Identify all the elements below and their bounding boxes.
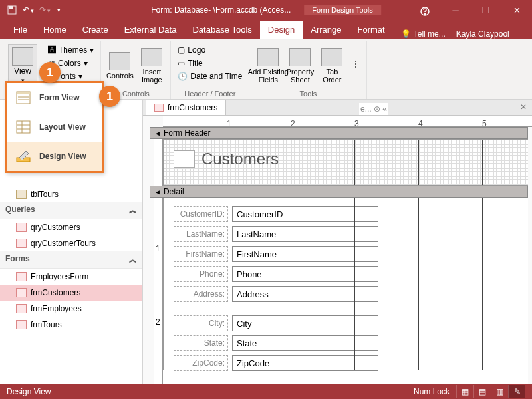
form-designer: frmCustomers ✕ 1 2 3 4 5 ◄Form Header Cu…: [143, 100, 532, 384]
view-menu-form-view[interactable]: Form View: [7, 83, 102, 112]
tab-create[interactable]: Create: [74, 21, 116, 39]
datasheet-view-button[interactable]: ▤: [473, 385, 491, 398]
field-row[interactable]: ZipCode:ZipCode: [174, 355, 378, 371]
field-textbox[interactable]: CustomerID: [232, 206, 378, 222]
close-tab-icon[interactable]: ✕: [520, 102, 527, 112]
group-header-footer: Header / Footer: [175, 88, 245, 99]
field-row[interactable]: State:State: [174, 335, 378, 351]
form-header-surface[interactable]: Customers: [163, 139, 528, 186]
tab-database-tools[interactable]: Database Tools: [184, 21, 259, 39]
user-name[interactable]: Kayla Claypool: [456, 29, 509, 39]
form-header-section-bar[interactable]: ◄Form Header: [150, 127, 528, 139]
property-icon: [289, 48, 311, 66]
tools-more-icon[interactable]: ⋮: [349, 44, 362, 84]
field-label[interactable]: Address:: [174, 286, 228, 302]
fields-icon: [257, 48, 279, 66]
detail-section-bar[interactable]: ◄Detail: [150, 186, 528, 198]
callout-badge-1b: 1: [99, 86, 120, 107]
query-icon: [16, 239, 27, 248]
field-textbox[interactable]: Address: [232, 286, 378, 302]
callout-badge-1: 1: [39, 62, 61, 83]
design-view-button[interactable]: ✎: [508, 385, 525, 398]
design-view-icon: [15, 148, 31, 164]
form-logo-placeholder[interactable]: [174, 150, 195, 168]
vertical-ruler[interactable]: [154, 139, 163, 186]
tab-order-button[interactable]: Tab Order: [317, 44, 346, 88]
field-row[interactable]: Phone:Phone: [174, 266, 378, 282]
logo-button[interactable]: ▢ Logo: [175, 44, 245, 56]
save-icon[interactable]: [7, 5, 17, 15]
nav-query[interactable]: qryCustomers: [0, 219, 142, 235]
nav-group-queries[interactable]: Queries︽: [0, 202, 142, 219]
nav-group-forms[interactable]: Forms︽: [0, 251, 142, 269]
field-label[interactable]: Phone:: [174, 266, 228, 282]
document-tab[interactable]: frmCustomers: [146, 100, 226, 115]
restore-button[interactable]: ❐: [471, 0, 501, 20]
svg-point-3: [425, 14, 426, 15]
nav-table[interactable]: tblTours: [0, 186, 142, 202]
themes-button[interactable]: 🅰 Themes▾: [45, 44, 96, 56]
layout-view-icon: [15, 119, 31, 135]
field-row[interactable]: Address:Address: [174, 286, 378, 302]
field-textbox[interactable]: State: [232, 335, 378, 351]
field-label[interactable]: ZipCode:: [174, 355, 228, 371]
minimize-button[interactable]: ─: [440, 0, 471, 20]
svg-rect-8: [17, 121, 30, 133]
form-view-button[interactable]: ▦: [456, 385, 473, 398]
window-title: Form: Database- \Form.accdb (Acces...: [151, 5, 291, 15]
nav-form[interactable]: frmTours: [0, 317, 142, 332]
add-existing-fields-button[interactable]: Add Existing Fields: [253, 44, 283, 88]
tab-home[interactable]: Home: [35, 21, 74, 39]
field-row[interactable]: LastName:LastName: [174, 226, 378, 242]
table-icon: [16, 190, 27, 199]
tab-order-icon: [321, 48, 342, 66]
view-menu-layout-view[interactable]: Layout View 1: [7, 112, 102, 142]
tab-file[interactable]: File: [5, 21, 35, 39]
layout-view-button[interactable]: ▥: [491, 385, 508, 398]
horizontal-ruler[interactable]: 1 2 3 4 5: [163, 116, 532, 127]
date-time-button[interactable]: 🕒 Date and Time: [175, 70, 245, 82]
help-icon[interactable]: [410, 0, 440, 20]
tab-format[interactable]: Format: [350, 21, 393, 39]
tell-me-search[interactable]: 💡Tell me...: [401, 29, 446, 39]
field-label[interactable]: City:: [174, 315, 228, 331]
field-textbox[interactable]: City: [232, 315, 378, 331]
form-view-icon: [15, 90, 31, 106]
field-label[interactable]: FirstName:: [174, 246, 228, 262]
nav-pane-header-remnant: e... ⊙ «: [359, 103, 388, 115]
field-row[interactable]: FirstName:FirstName: [174, 246, 378, 262]
insert-image-button[interactable]: Insert Image: [137, 44, 166, 88]
field-row[interactable]: CustomerID:CustomerID: [174, 206, 378, 222]
close-button[interactable]: ✕: [501, 0, 532, 20]
form-title-control[interactable]: Customers: [201, 150, 279, 168]
svg-rect-5: [17, 92, 30, 94]
qat-customize-icon[interactable]: ▾: [57, 7, 61, 13]
controls-gallery[interactable]: Controls: [105, 44, 134, 88]
form-icon: [16, 304, 27, 313]
title-button[interactable]: ▭ Title: [175, 57, 245, 69]
view-dropdown: Form View Layout View 1 Design View: [5, 81, 104, 173]
detail-surface[interactable]: CustomerID:CustomerIDLastName:LastNameFi…: [163, 198, 528, 370]
nav-query[interactable]: qryCustomerTours: [0, 235, 142, 251]
field-label[interactable]: State:: [174, 335, 228, 351]
field-row[interactable]: City:City: [174, 315, 378, 331]
field-label[interactable]: LastName:: [174, 226, 228, 242]
property-sheet-button[interactable]: Property Sheet: [285, 44, 315, 88]
vertical-ruler[interactable]: 12: [154, 198, 163, 384]
field-textbox[interactable]: LastName: [232, 226, 378, 242]
field-label[interactable]: CustomerID:: [174, 206, 228, 222]
field-textbox[interactable]: FirstName: [232, 246, 378, 262]
nav-form[interactable]: EmployeesForm: [0, 269, 142, 285]
tab-arrange[interactable]: Arrange: [303, 21, 349, 39]
tab-external-data[interactable]: External Data: [116, 21, 185, 39]
tab-design[interactable]: Design: [260, 21, 303, 39]
nav-form[interactable]: frmEmployees: [0, 301, 142, 317]
field-textbox[interactable]: ZipCode: [232, 355, 378, 371]
redo-icon[interactable]: ↷▾: [39, 5, 51, 15]
svg-rect-1: [9, 6, 13, 9]
undo-icon[interactable]: ↶▾: [23, 5, 34, 15]
view-menu-design-view[interactable]: Design View: [7, 142, 102, 171]
nav-form-selected[interactable]: frmCustomers: [0, 285, 142, 301]
field-textbox[interactable]: Phone: [232, 266, 378, 282]
controls-icon: [109, 52, 130, 70]
